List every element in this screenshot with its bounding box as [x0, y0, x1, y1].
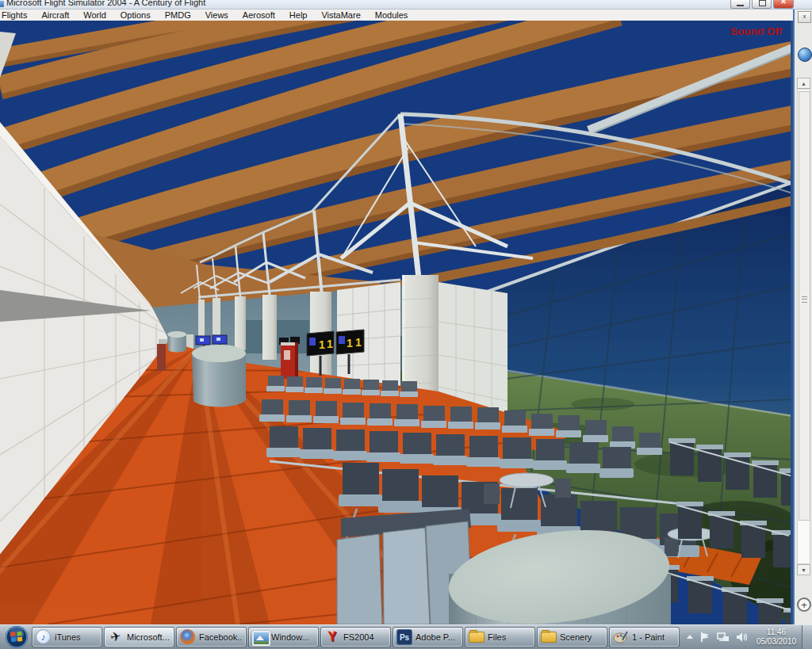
- folder-icon: [469, 632, 485, 643]
- sound-status-text: Sound Off: [730, 25, 783, 37]
- zoom-in-icon[interactable]: +: [797, 597, 811, 612]
- window-title: Microsoft Flight Simulator 2004 - A Cent…: [6, 0, 205, 7]
- start-button[interactable]: [2, 625, 31, 649]
- svg-text:1: 1: [319, 338, 325, 351]
- app-icon: [0, 1, 4, 7]
- menu-aerosoft[interactable]: Aerosoft: [236, 10, 282, 20]
- player-logo-icon: [798, 48, 812, 62]
- desktop-screen: Microsoft Flight Simulator 2004 - A Cent…: [0, 0, 812, 649]
- menu-pmdg[interactable]: PMDG: [158, 10, 198, 20]
- taskbar-photoshop[interactable]: Ps Adobe P...: [393, 627, 463, 647]
- svg-text:1: 1: [355, 336, 362, 349]
- volume-icon[interactable]: [736, 632, 748, 643]
- menu-views[interactable]: Views: [198, 10, 236, 20]
- system-tray: 11:46 05/03/2010: [683, 625, 812, 649]
- menu-help[interactable]: Help: [282, 10, 315, 20]
- show-desktop-button[interactable]: [802, 625, 812, 649]
- action-center-flag-icon[interactable]: [700, 632, 710, 643]
- maximize-button[interactable]: [752, 0, 772, 9]
- menu-vistamare[interactable]: VistaMare: [314, 10, 367, 20]
- simulator-viewport[interactable]: Sound Off: [0, 21, 793, 624]
- scrollbar-track[interactable]: [797, 89, 810, 564]
- svg-text:1: 1: [347, 337, 353, 349]
- photo-viewer-icon: [252, 631, 270, 646]
- minimize-button[interactable]: [730, 0, 750, 9]
- strip-close-icon[interactable]: x: [798, 11, 811, 23]
- svg-text:1: 1: [327, 338, 333, 350]
- taskbar-paint[interactable]: 1 - Paint: [609, 627, 680, 647]
- photoshop-icon: Ps: [396, 629, 412, 645]
- menu-aircraft[interactable]: Aircraft: [34, 10, 76, 20]
- airplane-icon: ✈: [106, 628, 125, 647]
- taskbar-files-folder[interactable]: Files: [465, 627, 535, 647]
- paint-icon: [613, 629, 629, 645]
- fs2004-figure-icon: Y: [324, 629, 340, 645]
- firefox-icon: [180, 629, 195, 644]
- folder-icon: [541, 632, 557, 643]
- menu-world[interactable]: World: [76, 10, 113, 20]
- close-button[interactable]: ✕: [773, 0, 794, 9]
- window-titlebar[interactable]: Microsoft Flight Simulator 2004 - A Cent…: [0, 0, 812, 10]
- taskbar-fs2004[interactable]: Y FS2004: [320, 627, 391, 647]
- menu-modules[interactable]: Modules: [368, 10, 416, 20]
- scroll-down-icon[interactable]: ▼: [797, 564, 810, 575]
- itunes-icon: ♪: [36, 629, 51, 644]
- network-icon[interactable]: [717, 632, 730, 643]
- taskbar-itunes[interactable]: ♪ iTunes: [32, 627, 102, 647]
- taskbar-scenery-folder[interactable]: Scenery: [537, 627, 607, 647]
- scrollbar-thumb[interactable]: [799, 91, 810, 521]
- menu-flights[interactable]: Flights: [0, 10, 34, 20]
- taskbar-photo-viewer[interactable]: Window...: [248, 627, 319, 647]
- scroll-up-icon[interactable]: ▲: [797, 78, 810, 89]
- taskbar-firefox[interactable]: Facebook...: [176, 627, 247, 647]
- taskbar-clock[interactable]: 11:46 05/03/2010: [753, 628, 800, 647]
- background-window-strip: x ▲ ▼ +: [793, 10, 812, 624]
- taskbar-flight-simulator[interactable]: ✈ Microsoft...: [104, 627, 174, 647]
- menu-options[interactable]: Options: [113, 10, 158, 20]
- hidden-icons-chevron-icon[interactable]: [686, 634, 694, 640]
- menu-bar: Flights Aircraft World Options PMDG View…: [0, 10, 794, 21]
- taskbar: ♪ iTunes ✈ Microsoft... Facebook... Wind…: [0, 624, 812, 649]
